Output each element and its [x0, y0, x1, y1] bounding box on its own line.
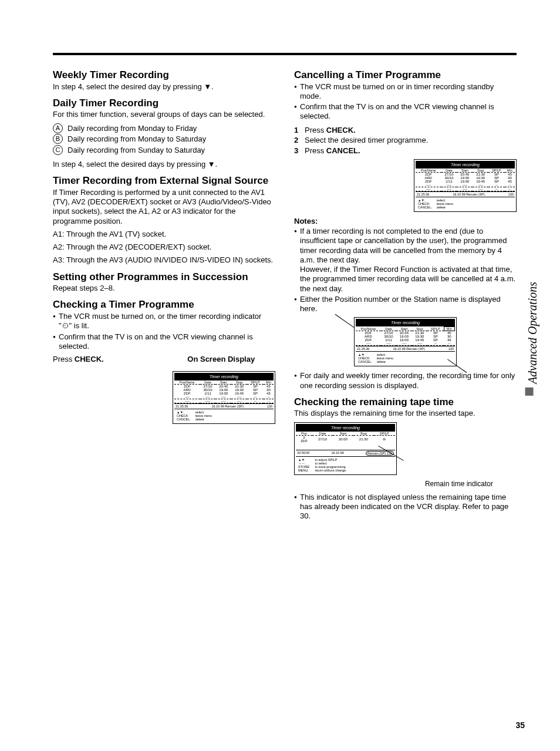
osd-label: On Screen Display [167, 355, 276, 363]
cancel-b2: Confirm that the TV is on and the VCR vi… [294, 102, 517, 122]
note-2: Either the Position number or the Statio… [294, 295, 517, 314]
external-a1: A1: Through the AV1 (TV) socket. [53, 230, 275, 239]
heading-external: Timer Recording from External Signal Sou… [53, 175, 275, 187]
circle-b-icon: B [53, 134, 63, 144]
external-a2: A2: Through the AV2 (DECODER/EXT) socket… [53, 243, 275, 252]
remain-caption: Remain time indicator [294, 480, 517, 488]
circle-a-icon: A [53, 123, 63, 133]
tape-intro: This displays the remaining time for the… [294, 409, 517, 418]
heading-daily: Daily Timer Recording [53, 97, 275, 109]
side-tab: Advanced Operations [525, 282, 539, 396]
tape-b1: This indicator is not displayed unless t… [294, 493, 517, 521]
weekly-body: In step 4, select the desired day by pre… [53, 82, 275, 92]
cancel-step1: Press CHECK. [305, 125, 356, 136]
checking-b1: The VCR must be turned on, or the timer … [53, 312, 275, 331]
heading-cancel: Cancelling a Timer Programme [294, 69, 517, 81]
cancel-step3: Press CANCEL. [305, 146, 360, 156]
daily-opt-b: Daily recording from Monday to Saturday [68, 134, 206, 145]
circle-c-icon: C [53, 145, 63, 155]
top-rule [53, 53, 517, 55]
page-number: 35 [515, 720, 525, 730]
cancel-b1: The VCR must be turned on or in timer re… [294, 82, 517, 102]
notes-heading: Notes: [294, 217, 517, 225]
daily-intro: For this timer function, several groups … [53, 110, 275, 119]
daily-opt-c: Daily recording from Sunday to Saturday [68, 145, 205, 156]
note-3: For daily and weekly timer recording, th… [294, 371, 517, 390]
right-column: Cancelling a Timer Programme The VCR mus… [294, 63, 517, 524]
heading-checking: Checking a Timer Programme [53, 299, 275, 311]
external-a3: A3: Through the AV3 (AUDIO IN/VIDEO IN/S… [53, 255, 275, 265]
heading-weekly: Weekly Timer Recording [53, 69, 275, 81]
osd-check: Timer recording Pos/NameDate StartStop S… [173, 371, 275, 424]
osd-tape: Timer recording PosDate StartStop SP/LP … [294, 422, 397, 475]
osd-notes: Timer recording Pos/NameDate StartStop S… [354, 317, 457, 366]
checking-b2: Confirm that the TV is on and the VCR vi… [53, 332, 275, 352]
heading-succession: Setting other Programmes in Succession [53, 271, 275, 283]
press-check: Press CHECK. [53, 355, 161, 364]
note-1: If a timer recording is not completed to… [294, 227, 517, 294]
external-body: If Timer Recording is performed by a uni… [53, 188, 275, 226]
osd-cancel: Timer recording Pos/NameDate StartStop S… [414, 159, 517, 212]
succession-body: Repeat steps 2–8. [53, 284, 275, 293]
cancel-step2: Select the desired timer programme. [305, 135, 428, 146]
daily-tail: In step 4, select the desired days by pr… [53, 160, 275, 169]
daily-options: ADaily recording from Monday to Friday B… [53, 123, 275, 157]
left-column: Weekly Timer Recording In step 4, select… [53, 63, 275, 524]
osd-title: Timer recording [174, 373, 274, 380]
daily-opt-a: Daily recording from Monday to Friday [68, 123, 197, 134]
heading-tape: Checking the remaining tape time [294, 396, 517, 408]
